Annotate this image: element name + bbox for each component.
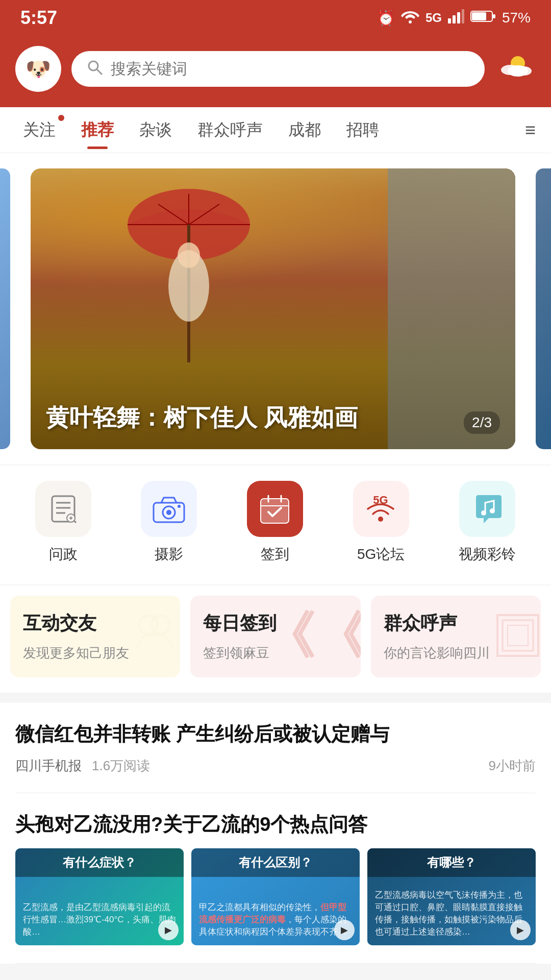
banner-title: 黄叶轻舞：树下佳人 风雅如画	[46, 402, 358, 434]
news-article-2[interactable]: 头孢对乙流没用?关于乙流的9个热点问答 有什么症状？ 乙型流感，是由乙型流感病毒…	[15, 793, 536, 964]
svg-line-8	[97, 69, 102, 75]
status-icons: ⏰ 5G 57%	[377, 9, 531, 27]
svg-rect-6	[472, 12, 486, 20]
signal-bars-icon	[448, 9, 464, 27]
status-time: 5:57	[20, 7, 57, 29]
status-bar: 5:57 ⏰ 5G 57%	[0, 0, 551, 36]
app-header: 🐶	[0, 36, 551, 107]
battery-icon	[470, 10, 496, 27]
article-1-meta: 四川手机报 1.6万阅读 9小时前	[15, 757, 536, 775]
5g-icon: 5G	[353, 481, 409, 537]
thumb-3-text: 乙型流感病毒以空气飞沫传播为主，也可通过口腔、鼻腔、眼睛黏膜直接接触传播，接触传…	[370, 884, 533, 943]
caolin-label: 视频彩铃	[459, 545, 516, 564]
feature-card-hudong[interactable]: 互动交友 发现更多知己朋友	[10, 596, 180, 677]
search-input[interactable]	[111, 60, 469, 78]
5g-label: 5G论坛	[357, 545, 405, 564]
svg-point-31	[166, 510, 171, 515]
quick-icon-5g[interactable]: 5G 5G论坛	[353, 481, 409, 564]
svg-rect-45	[508, 625, 528, 646]
svg-rect-3	[462, 9, 464, 23]
svg-rect-0	[448, 18, 451, 23]
sheying-label: 摄影	[155, 545, 183, 564]
article-2-images: 有什么症状？ 乙型流感，是由乙型流感病毒引起的流行性感冒…激烈39℃-40°C，…	[15, 848, 536, 945]
nav-tabs: 关注 推荐 杂谈 群众呼声 成都 招聘 ≡	[0, 107, 551, 153]
hudong-deco	[134, 612, 175, 661]
nav-more-button[interactable]: ≡	[520, 119, 541, 141]
quick-icon-caolin[interactable]: 视频彩铃	[459, 481, 516, 564]
svg-rect-43	[497, 615, 538, 656]
tab-zhaopin[interactable]: 招聘	[334, 107, 392, 153]
article-1-title: 微信红包并非转账 产生纠纷后或被认定赠与	[15, 721, 536, 748]
quick-icon-wenzheng[interactable]: 问政	[35, 481, 91, 564]
banner-section: 黄叶轻舞：树下佳人 风雅如画 2/3	[0, 153, 551, 464]
quick-icon-qiandao[interactable]: 签到	[247, 481, 303, 564]
qiandao-label: 签到	[261, 545, 289, 564]
svg-rect-1	[453, 15, 456, 23]
battery-percent: 57%	[502, 10, 531, 26]
avatar[interactable]: 🐶	[15, 46, 61, 92]
svg-text:5G: 5G	[373, 494, 388, 506]
article-2-thumb-3[interactable]: 有哪些？ 乙型流感病毒以空气飞沫传播为主，也可通过口腔、鼻腔、眼睛黏膜直接接触传…	[367, 848, 536, 945]
svg-rect-33	[261, 499, 289, 523]
feature-card-qiandao[interactable]: 每日签到 签到领麻豆 《《	[190, 596, 360, 677]
search-icon	[87, 59, 103, 79]
article-2-thumb-2[interactable]: 有什么区别？ 甲乙之流都具有相似的传染性，但甲型流感传播更广泛的病毒，每个人感染…	[191, 848, 360, 945]
svg-point-39	[481, 510, 486, 516]
tab-chengdu[interactable]: 成都	[276, 107, 334, 153]
article-1-source: 四川手机报	[15, 757, 82, 775]
svg-rect-5	[493, 14, 495, 18]
search-bar[interactable]	[71, 51, 485, 87]
tab-zaitan[interactable]: 杂谈	[127, 107, 185, 153]
svg-point-32	[178, 505, 181, 508]
article-2-thumb-1[interactable]: 有什么症状？ 乙型流感，是由乙型流感病毒引起的流行性感冒…激烈39℃-40°C，…	[15, 848, 184, 945]
wifi-icon	[401, 9, 419, 27]
feature-cards-section: 互动交友 发现更多知己朋友 每日签到 签到领麻豆 《《 群众呼声 你的言论影响四…	[0, 585, 551, 693]
tab-qunzhong[interactable]: 群众呼声	[185, 107, 276, 153]
banner-overlay: 黄叶轻舞：树下佳人 风雅如画 2/3	[46, 402, 500, 434]
signal-label: 5G	[425, 11, 442, 25]
svg-point-12	[517, 66, 532, 76]
tab-dot	[58, 115, 64, 121]
svg-point-37	[378, 517, 383, 522]
tab-tuijian[interactable]: 推荐	[68, 107, 127, 153]
avatar-emoji: 🐶	[26, 57, 51, 81]
article-1-time: 9小时前	[489, 757, 536, 775]
svg-rect-2	[457, 12, 460, 23]
sheying-icon	[141, 481, 197, 537]
thumb-2-text: 甲乙之流都具有相似的传染性，但甲型流感传播更广泛的病毒，每个人感染的具体症状和病…	[194, 896, 357, 943]
news-article-1[interactable]: 微信红包并非转账 产生纠纷后或被认定赠与 四川手机报 1.6万阅读 9小时前	[15, 703, 536, 793]
article-1-reads: 1.6万阅读	[92, 757, 150, 775]
banner-counter: 2/3	[464, 411, 500, 434]
svg-point-42	[152, 616, 170, 634]
quick-icon-sheying[interactable]: 摄影	[141, 481, 197, 564]
banner-card[interactable]: 黄叶轻舞：树下佳人 风雅如画 2/3	[31, 168, 515, 449]
quick-icons-section: 问政 摄影 签到	[0, 465, 551, 584]
svg-point-7	[89, 61, 98, 70]
wenzheng-label: 问政	[49, 545, 78, 564]
tab-guanzhu[interactable]: 关注	[10, 107, 68, 153]
svg-point-40	[490, 508, 495, 513]
news-section: 微信红包并非转账 产生纠纷后或被认定赠与 四川手机报 1.6万阅读 9小时前 头…	[0, 703, 551, 964]
alarm-icon: ⏰	[377, 10, 395, 27]
svg-point-21	[178, 242, 200, 268]
wenzheng-icon	[35, 481, 91, 537]
thumb-1-text: 乙型流感，是由乙型流感病毒引起的流行性感冒…激烈39℃-40°C，头痛、肌肉酸…	[18, 896, 181, 943]
article-2-title: 头孢对乙流没用?关于乙流的9个热点问答	[15, 811, 536, 838]
caolin-icon	[459, 481, 515, 537]
weather-icon[interactable]	[495, 51, 536, 87]
feature-card-qunzhong[interactable]: 群众呼声 你的言论影响四川	[371, 596, 541, 677]
qiandao-icon	[247, 481, 303, 537]
